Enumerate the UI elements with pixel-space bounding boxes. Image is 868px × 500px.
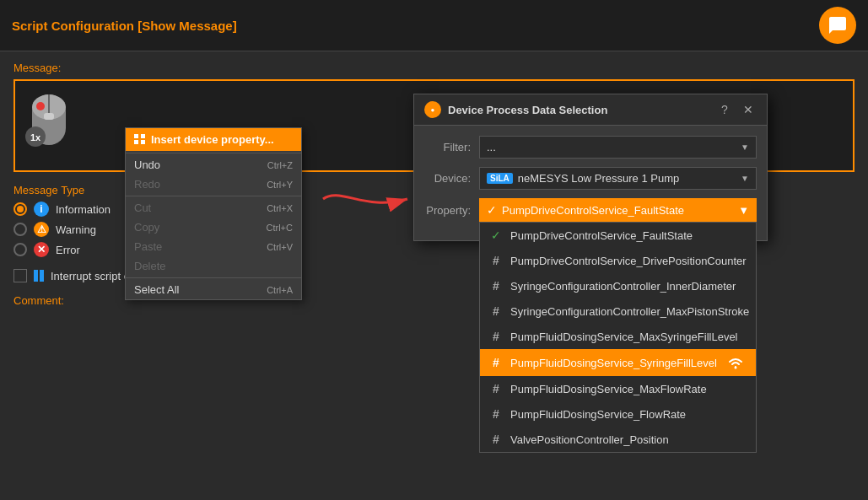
dialog-controls: ? ✕ [716, 101, 757, 118]
message-label: Message: [13, 62, 855, 74]
dialog-help-button[interactable]: ? [716, 101, 733, 118]
device-dropdown-content: SiLA neMESYS Low Pressure 1 Pump [487, 172, 679, 185]
hash-icon-3: # [488, 304, 504, 319]
mouse-icon: 1x [22, 88, 76, 142]
hash-icon-1: # [488, 253, 504, 268]
property-label: Property: [424, 204, 471, 217]
redo-label: Redo [134, 178, 160, 191]
hash-icon-2: # [488, 278, 504, 293]
interrupt-checkbox[interactable] [13, 269, 27, 282]
property-check-icon: ✓ [487, 203, 497, 217]
error-icon: ✕ [34, 242, 49, 257]
device-row: Device: SiLA neMESYS Low Pressure 1 Pump… [424, 167, 757, 190]
title-text: Script Configuration [12, 19, 134, 33]
main-content: Message: 1x Insert device property... [0, 51, 868, 322]
dropdown-item-2[interactable]: # SyringeConfigurationController_InnerDi… [480, 273, 756, 298]
undo-shortcut: Ctrl+Z [267, 160, 293, 170]
divider-3 [126, 277, 301, 278]
dropdown-item-6[interactable]: # PumpFluidDosingService_MaxFlowRate [480, 376, 756, 401]
dialog-title: Device Process Data Selection [448, 104, 607, 116]
svg-rect-4 [44, 113, 54, 120]
property-dropdown-list: ✓ PumpDriveControlService_FaultState # P… [479, 222, 757, 453]
dialog-header-left: ● Device Process Data Selection [424, 101, 607, 118]
filter-value: ... [487, 141, 496, 153]
cut-label: Cut [134, 202, 151, 214]
filter-chevron-icon: ▼ [741, 142, 749, 152]
undo-item[interactable]: Undo Ctrl+Z [126, 155, 301, 175]
copy-shortcut: Ctrl+C [267, 223, 293, 233]
paste-label: Paste [134, 240, 162, 253]
error-label: Error [56, 244, 80, 256]
device-value: neMESYS Low Pressure 1 Pump [518, 172, 679, 185]
dropdown-item-label-0: PumpDriveControlService_FaultState [510, 229, 693, 242]
device-process-data-dialog: ● Device Process Data Selection ? ✕ Filt… [413, 94, 768, 241]
dialog-header: ● Device Process Data Selection ? ✕ [414, 94, 767, 126]
radio-warning[interactable] [13, 223, 27, 236]
info-icon: i [34, 202, 49, 217]
device-label: Device: [424, 172, 471, 185]
copy-label: Copy [134, 221, 159, 234]
copy-item: Copy Ctrl+C [126, 218, 301, 237]
paste-item: Paste Ctrl+V [126, 237, 301, 256]
delete-label: Delete [134, 260, 166, 272]
filter-row: Filter: ... ▼ [424, 136, 757, 159]
radio-information[interactable] [13, 202, 27, 216]
dropdown-item-label-8: ValvePositionController_Position [510, 433, 669, 446]
information-label: Information [56, 203, 111, 216]
wifi-signal-icon [724, 354, 747, 371]
dropdown-item-1[interactable]: # PumpDriveControlService_DrivePositionC… [480, 248, 756, 273]
dropdown-item-label-5: PumpFluidDosingService_SyringeFillLevel [510, 357, 717, 369]
undo-label: Undo [134, 159, 160, 171]
property-row: Property: ✓ PumpDriveControlService_Faul… [424, 198, 757, 222]
radio-error[interactable] [13, 243, 27, 256]
delete-item: Delete [126, 256, 301, 276]
redo-shortcut: Ctrl+Y [267, 180, 293, 190]
hash-icon-8: # [488, 432, 504, 447]
dialog-body: Filter: ... ▼ Device: SiLA neMESYS Low P… [414, 126, 767, 240]
dialog-close-button[interactable]: ✕ [740, 101, 757, 118]
context-menu: Insert device property... Undo Ctrl+Z Re… [125, 127, 302, 300]
svg-text:1x: 1x [30, 132, 41, 142]
insert-device-property-item[interactable]: Insert device property... [126, 128, 301, 151]
svg-point-3 [36, 102, 45, 110]
dropdown-item-8[interactable]: # ValvePositionController_Position [480, 427, 756, 452]
property-selected-value: PumpDriveControlService_FaultState [502, 204, 684, 217]
select-all-item[interactable]: Select All Ctrl+A [126, 280, 301, 299]
insert-property-label: Insert device property... [151, 133, 274, 146]
dropdown-item-5[interactable]: # PumpFluidDosingService_SyringeFillLeve… [480, 349, 756, 376]
warning-label: Warning [56, 223, 96, 236]
hash-icon-6: # [488, 381, 504, 396]
sila-badge: SiLA [487, 173, 513, 184]
paste-shortcut: Ctrl+V [267, 242, 293, 252]
device-dropdown[interactable]: SiLA neMESYS Low Pressure 1 Pump ▼ [479, 167, 757, 190]
chat-button[interactable] [819, 7, 856, 44]
dropdown-item-label-2: SyringeConfigurationController_InnerDiam… [510, 280, 736, 293]
select-all-shortcut: Ctrl+A [267, 285, 293, 295]
dropdown-item-label-4: PumpFluidDosingService_MaxSyringeFillLev… [510, 331, 738, 343]
dropdown-item-3[interactable]: # SyringeConfigurationController_MaxPist… [480, 298, 756, 324]
dropdown-item-label-7: PumpFluidDosingService_FlowRate [510, 408, 686, 421]
grid-icon [134, 134, 146, 146]
hash-icon-5: # [488, 355, 504, 370]
divider-2 [126, 196, 301, 196]
dropdown-item-4[interactable]: # PumpFluidDosingService_MaxSyringeFillL… [480, 324, 756, 349]
warn-icon: ⚠ [34, 222, 49, 237]
filter-label: Filter: [424, 141, 471, 153]
dropdown-item-7[interactable]: # PumpFluidDosingService_FlowRate [480, 401, 756, 427]
property-selected-dropdown[interactable]: ✓ PumpDriveControlService_FaultState ▼ [479, 198, 757, 222]
redo-item: Redo Ctrl+Y [126, 175, 301, 194]
hash-icon-7: # [488, 406, 504, 422]
page-title: Script Configuration [Show Message] [12, 19, 237, 33]
dropdown-item-label-6: PumpFluidDosingService_MaxFlowRate [510, 383, 707, 395]
filter-dropdown[interactable]: ... ▼ [479, 136, 757, 159]
property-selected-content: ✓ PumpDriveControlService_FaultState [487, 203, 684, 217]
property-chevron-icon: ▼ [738, 204, 749, 217]
cut-item: Cut Ctrl+X [126, 198, 301, 218]
select-all-label: Select All [134, 283, 179, 296]
dropdown-item-label-3: SyringeConfigurationController_MaxPiston… [510, 305, 749, 318]
property-dropdown-wrapper: ✓ PumpDriveControlService_FaultState ▼ ✓… [479, 198, 757, 222]
dropdown-item-0[interactable]: ✓ PumpDriveControlService_FaultState [480, 223, 756, 248]
header: Script Configuration [Show Message] [0, 0, 868, 51]
svg-point-8 [735, 367, 737, 369]
item-check-icon-0: ✓ [488, 228, 504, 243]
